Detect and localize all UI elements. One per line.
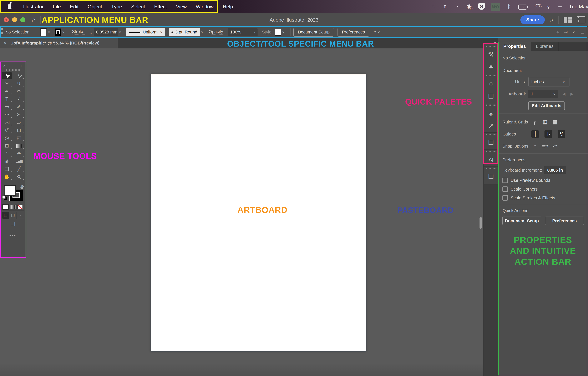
menu-item[interactable]: Help	[223, 4, 233, 9]
checkbox[interactable]	[502, 178, 508, 183]
wd-badge-icon[interactable]: WD	[491, 3, 500, 11]
spotlight-search-icon[interactable]: ⌕	[544, 2, 553, 11]
fill-swatch[interactable]	[4, 185, 16, 196]
snap-to-pixel-icon[interactable]: ▪⊃	[552, 142, 558, 150]
opacity-link[interactable]: Opacity:	[209, 29, 224, 35]
default-fill-stroke-icon[interactable]	[2, 196, 7, 200]
document-setup-button[interactable]: Document Setup	[294, 28, 334, 37]
battery-icon[interactable]: ϟ	[518, 5, 527, 10]
stroke-color-swatch[interactable]	[55, 28, 61, 36]
edit-artboards-button[interactable]: Edit Artboards	[528, 102, 565, 110]
artboard-tool[interactable]: ❏	[1, 165, 13, 173]
menu-item[interactable]: Edit	[70, 4, 79, 9]
paintbrush-tool[interactable]: ✐	[13, 103, 25, 111]
rotate-tool[interactable]: ↺	[1, 126, 13, 134]
zoom-window-button[interactable]	[20, 17, 25, 22]
draw-inside-button[interactable]: ◔	[17, 212, 24, 219]
artboards-panel-icon[interactable]: ❐	[484, 90, 498, 103]
touch-workspace-icon[interactable]: ⊞	[555, 29, 560, 35]
magic-wand-tool[interactable]: ✶	[1, 80, 13, 87]
snap-to-point-icon[interactable]: |⊃	[531, 142, 538, 150]
brushes-panel-icon[interactable]: ⚒	[484, 45, 498, 61]
artboard-dropdown-chevron[interactable]: ∨	[551, 90, 558, 98]
gradient-tool[interactable]	[13, 142, 25, 150]
hand-tool[interactable]: ✋	[1, 173, 13, 181]
layers-panel-icon[interactable]: ◈	[484, 103, 498, 119]
stroke-weight-stepper[interactable]: ▲▼	[90, 30, 92, 35]
wifi-icon[interactable]: ◠◠	[533, 2, 539, 10]
shape-builder-tool[interactable]: ◎	[1, 134, 13, 142]
shear-tool[interactable]: ▱	[13, 118, 25, 126]
minimize-window-button[interactable]	[12, 17, 17, 22]
chevron-down-icon[interactable]: ∨	[282, 31, 285, 34]
swap-fill-stroke-icon[interactable]: ⇄	[19, 184, 25, 190]
symbols-panel-icon[interactable]: ♣	[484, 61, 498, 73]
checkbox[interactable]	[502, 187, 508, 192]
menu-item[interactable]: View	[176, 4, 187, 9]
screen-mode-button[interactable]: ❒	[1, 221, 25, 227]
close-window-button[interactable]	[4, 17, 9, 22]
collapse-panel-icon[interactable]: «	[20, 63, 23, 68]
tab-properties[interactable]: Properties	[498, 42, 531, 51]
asset-export-panel-icon[interactable]: ➚	[484, 119, 498, 132]
snap-to-grid-icon[interactable]: ▤⊃	[542, 142, 548, 150]
checkbox[interactable]	[502, 195, 508, 200]
menu-bar-clock[interactable]: Tue May 3	[569, 4, 588, 10]
show-guides-icon[interactable]: ╂	[531, 130, 539, 138]
lock-guides-icon[interactable]: ╂▪	[544, 130, 552, 138]
appearance-panel-icon[interactable]: ❑	[484, 167, 498, 183]
selection-properties-icon[interactable]: ◌	[484, 74, 498, 90]
menu-item[interactable]: Effect	[154, 4, 167, 9]
selection-tool[interactable]: ▶	[2, 72, 12, 79]
line-segment-tool[interactable]: ∕	[13, 95, 25, 103]
rectangle-tool[interactable]: ▭	[1, 103, 13, 111]
show-transparency-grid-icon[interactable]: ▩	[552, 118, 558, 126]
show-rulers-icon[interactable]: ┏	[531, 118, 538, 126]
direct-selection-tool[interactable]: ▷	[13, 72, 25, 80]
character-panel-icon[interactable]: A|	[484, 149, 498, 166]
lasso-tool[interactable]: ⊃	[13, 80, 25, 87]
stroke-link[interactable]: Stroke:	[72, 29, 86, 35]
pasteboard[interactable]	[0, 48, 483, 376]
menu-item[interactable]: Type	[111, 4, 122, 9]
tab-to-icon[interactable]: ⇥	[564, 29, 568, 35]
chevron-down-icon[interactable]: ∨	[62, 31, 65, 34]
menu-item[interactable]: Illustrator	[23, 4, 44, 9]
draw-normal-button[interactable]: ❏	[2, 212, 9, 219]
control-center-icon[interactable]: ⚌	[557, 3, 563, 10]
blend-tool[interactable]: ⊚	[13, 150, 25, 157]
color-button[interactable]	[2, 204, 9, 210]
width-profile-dropdown[interactable]: Uniform ∨	[126, 28, 165, 36]
chevron-down-icon[interactable]: ∨	[572, 31, 575, 34]
brush-definition-dropdown[interactable]: 3 pt. Round	[169, 28, 200, 36]
fill-color-swatch[interactable]	[40, 28, 47, 36]
align-options-icon[interactable]: ⌖	[373, 29, 377, 36]
pencil-tool[interactable]: ✏	[1, 111, 13, 118]
menu-item[interactable]: Select	[131, 4, 145, 9]
bluetooth-icon[interactable]: ᛒ	[506, 3, 512, 10]
apple-menu-icon[interactable]	[8, 4, 12, 9]
scissors-tool[interactable]: ✂	[13, 111, 25, 118]
mesh-tool[interactable]: ⊞	[1, 142, 13, 150]
menu-item[interactable]: Window	[196, 4, 214, 9]
home-icon[interactable]: ⌂	[32, 16, 36, 24]
opacity-field[interactable]: 100%›	[228, 28, 258, 36]
pen-tool[interactable]: ✒	[1, 87, 13, 95]
headphones-icon[interactable]: ∩	[430, 3, 436, 10]
quick-action-document-setup-button[interactable]: Document Setup	[502, 217, 541, 225]
menu-item[interactable]: Object	[87, 4, 102, 9]
menu-item[interactable]: File	[53, 4, 61, 9]
tumblr-icon[interactable]: t	[442, 3, 448, 10]
draw-behind-button[interactable]: ❐	[9, 212, 16, 219]
style-swatch[interactable]	[275, 29, 281, 36]
chevron-down-icon[interactable]: ∨	[119, 31, 121, 34]
units-dropdown[interactable]: Inches∨	[528, 77, 569, 86]
curvature-tool[interactable]: ✑	[13, 87, 25, 95]
symbol-sprayer-tool[interactable]: ⁂	[1, 157, 13, 165]
chevron-down-icon[interactable]: ∨	[201, 31, 203, 34]
chevron-down-icon[interactable]: ∨	[48, 31, 50, 34]
artboard[interactable]	[151, 74, 366, 351]
column-graph-tool[interactable]: ▂▅▇	[13, 157, 25, 165]
close-tab-icon[interactable]: ×	[4, 40, 7, 46]
drag-grip[interactable]	[1, 28, 3, 36]
